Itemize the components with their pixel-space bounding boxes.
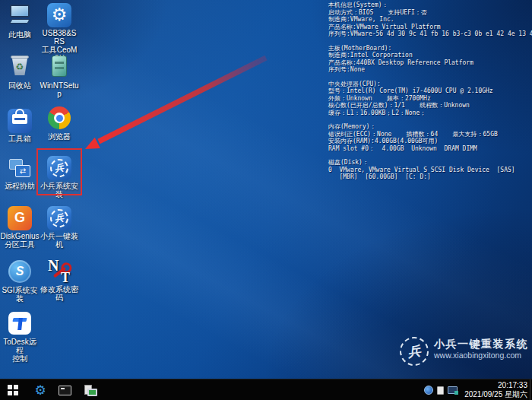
diskgenius-icon: G — [7, 206, 33, 230]
remote-assist-icon: ⇄ — [7, 156, 33, 180]
sysinfo-line: 安装内存(RAM):4.00GB(4.00GB可用) — [328, 138, 530, 145]
icon-label: 小兵一键装机 — [40, 232, 79, 249]
sysinfo-section-title: 主板(MotherBoard): — [328, 45, 530, 52]
document-tray-icon[interactable] — [437, 386, 444, 395]
system-monitor-icon — [84, 385, 97, 396]
desktop-icon-recycle-bin[interactable]: ♻ 回收站 — [0, 54, 40, 90]
icon-label: 浏览器 — [40, 132, 79, 141]
sysinfo-line: 外频：Unknown 频率：2700MHz — [328, 95, 530, 103]
desktop-icon-sgi-install[interactable]: S SGI系统安装 — [0, 259, 40, 303]
system-info-panel: 本机信息(System)：启动方式：BIOS 支持UEFI：否制造商:VMwar… — [328, 2, 530, 181]
desktop-icon-winntsetup[interactable]: WinNTSetup — [40, 54, 79, 98]
sysinfo-line: [MBR] [60.00GB] [C: D:] — [328, 173, 530, 181]
sysinfo-line: 产品名称:VMware Virtual Platform — [328, 24, 530, 31]
brand-url: www.xiaobingxitong.com — [434, 351, 528, 360]
desktop-icon-remote-assist[interactable]: ⇄ 远程协助 — [0, 156, 40, 190]
taskbar-system-monitor-button[interactable] — [79, 379, 102, 400]
brand-logo-icon: 兵 — [398, 335, 431, 368]
sysinfo-line: 产品名称:440BX Desktop Reference Platform — [328, 59, 530, 67]
command-prompt-icon — [59, 386, 71, 395]
windows-logo-icon — [8, 385, 19, 396]
icon-label: 此电脑 — [0, 30, 40, 39]
gear-icon: ⚙ — [34, 384, 46, 397]
start-button[interactable] — [2, 379, 24, 400]
sysinfo-line: 0 VMware, VMware Virtual S SCSI Disk Dev… — [328, 167, 530, 174]
icon-label: 工具箱 — [0, 135, 40, 143]
this-pc-icon — [7, 5, 33, 29]
nt-key-icon: NT — [46, 259, 72, 284]
taskbar-clock[interactable]: 20:17:33 2021/09/25 星期六 — [464, 381, 527, 399]
todesk-icon — [7, 312, 33, 336]
icon-label: 回收站 — [0, 81, 40, 90]
icon-label: 远程协助 — [0, 182, 40, 190]
sysinfo-line: 序列号:None — [328, 66, 530, 74]
icon-label: SGI系统安装 — [0, 286, 40, 303]
sgi-icon: S — [7, 260, 33, 284]
recycle-bin-icon: ♻ — [7, 56, 33, 80]
xiaobing-logo-icon: 兵 — [46, 206, 72, 230]
desktop-icon-browser[interactable]: 浏览器 — [40, 106, 79, 141]
desktop-icon-change-password[interactable]: NT 修改系统密码 — [40, 259, 79, 302]
winntsetup-icon — [46, 56, 72, 80]
icon-label: DiskGenius分区工具 — [0, 232, 40, 249]
gear-icon: ⚙ — [46, 3, 72, 27]
desktop: 此电脑 ⚙ USB38&SRS工具CeoMSX ♻ 回收站 WinNTSetup… — [0, 0, 532, 400]
sysinfo-line: RAM slot #0： 4.00GB Unknown DRAM DIMM — [328, 145, 530, 153]
icon-label: ToDesk远程控制 — [0, 338, 40, 363]
sysinfo-line: 制造商:VMware, Inc. — [328, 16, 530, 24]
display-tray-icon[interactable] — [448, 386, 458, 394]
brand-watermark: 兵 小兵一键重装系统 www.xiaobingxitong.com — [400, 337, 528, 366]
sysinfo-section-title: 磁盘(Disk)： — [328, 159, 530, 167]
desktop-icon-diskgenius[interactable]: G DiskGenius分区工具 — [0, 206, 40, 249]
chrome-browser-icon — [46, 106, 72, 131]
toolbox-icon — [7, 109, 33, 133]
sysinfo-line: 启动方式：BIOS 支持UEFI：否 — [328, 9, 530, 17]
taskbar: ⚙ 20:17:33 2021/09/25 星期六 — [0, 379, 532, 400]
sysinfo-line: 缓存：L1：16.00KB；L2：None； — [328, 110, 530, 117]
system-tray — [424, 379, 458, 400]
sysinfo-section-title: 内存(Memory)： — [328, 123, 530, 131]
taskbar-installer-gear-button[interactable]: ⚙ — [29, 379, 52, 400]
sysinfo-line: 序列号:VMware-56 4d 30 9c 41 fb 16 b3-c3 0b… — [328, 30, 530, 38]
sysinfo-section-title: 中央处理器(CPU): — [328, 81, 530, 88]
taskbar-command-prompt-button[interactable] — [53, 379, 76, 400]
sysinfo-line: 错误纠正(ECC)：None 插槽数：64 最大支持：65GB — [328, 131, 530, 138]
sysinfo-line: 核心数(已开启/总数)：1/1 线程数：Unknown — [328, 102, 530, 110]
icon-label: 小兵系统安装 — [40, 182, 79, 198]
clock-time: 20:17:33 — [464, 381, 527, 390]
desktop-icon-xiaobing-onekey[interactable]: 兵 小兵一键装机 — [40, 206, 79, 249]
desktop-icon-xiaobing-install[interactable]: 兵 小兵系统安装 — [40, 156, 79, 198]
icon-label: WinNTSetup — [40, 81, 79, 98]
xiaobing-logo-icon: 兵 — [46, 156, 72, 180]
clock-date: 2021/09/25 星期六 — [464, 390, 527, 399]
sysinfo-line: 制造商:Intel Corporation — [328, 52, 530, 59]
desktop-icon-todesk[interactable]: ToDesk远程控制 — [0, 311, 40, 363]
desktop-icon-toolbox[interactable]: 工具箱 — [0, 106, 40, 143]
desktop-icon-this-pc[interactable]: 此电脑 — [0, 3, 40, 39]
sysinfo-section-title: 本机信息(System)： — [328, 2, 530, 9]
brand-name: 小兵一键重装系统 — [434, 337, 528, 351]
icon-label: 修改系统密码 — [40, 285, 79, 302]
network-globe-icon[interactable] — [424, 386, 433, 395]
sysinfo-line: 型号：Intel(R) Core(TM) i7-4600U CPU @ 2.10… — [328, 87, 530, 95]
